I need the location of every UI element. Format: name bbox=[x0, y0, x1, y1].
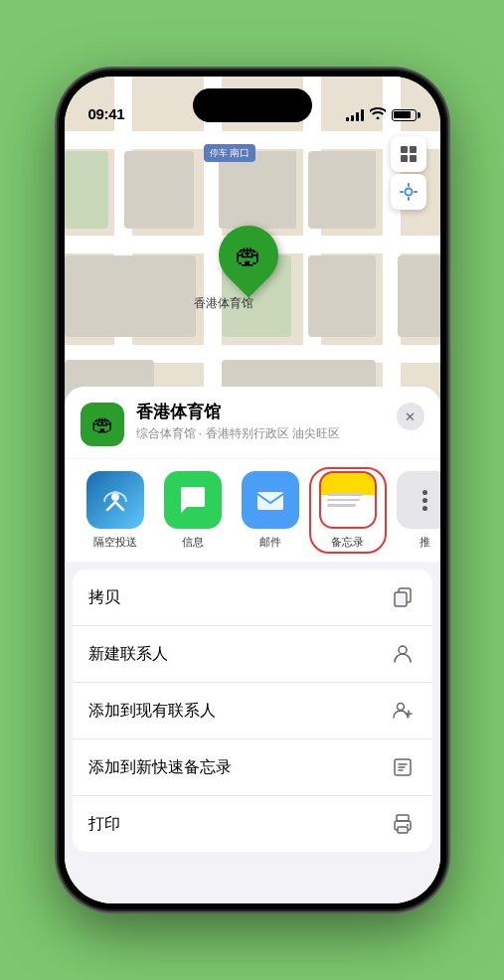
venue-pin-circle: 🏟 bbox=[206, 214, 290, 298]
action-copy-label: 拷贝 bbox=[88, 587, 120, 608]
messages-label: 信息 bbox=[182, 535, 204, 550]
phone-frame: 09:41 bbox=[59, 71, 446, 909]
more-icon bbox=[397, 471, 440, 529]
venue-title: 香港体育馆 bbox=[136, 403, 385, 422]
bottom-sheet: 🏟 香港体育馆 综合体育馆 · 香港特别行政区 油尖旺区 ✕ bbox=[65, 387, 440, 903]
map-label: 停车 南口 bbox=[204, 144, 255, 162]
more-label: 推 bbox=[420, 535, 430, 550]
svg-rect-0 bbox=[401, 146, 408, 153]
more-dots-icon bbox=[422, 490, 427, 511]
person-icon bbox=[389, 640, 417, 668]
signal-icon bbox=[346, 109, 364, 121]
svg-point-15 bbox=[407, 824, 409, 826]
status-time: 09:41 bbox=[88, 105, 125, 122]
share-item-messages[interactable]: 信息 bbox=[158, 471, 228, 550]
map-controls bbox=[391, 136, 426, 210]
action-add-note-label: 添加到新快速备忘录 bbox=[88, 757, 232, 778]
share-item-notes[interactable]: 备忘录 bbox=[313, 471, 383, 550]
map-layer-button[interactable] bbox=[391, 136, 426, 172]
notes-label: 备忘录 bbox=[331, 535, 364, 550]
svg-point-10 bbox=[397, 704, 404, 711]
wifi-icon bbox=[370, 107, 386, 122]
venue-subtitle: 综合体育馆 · 香港特别行政区 油尖旺区 bbox=[136, 425, 385, 442]
airdrop-icon bbox=[86, 471, 144, 529]
notes-icon bbox=[319, 471, 377, 529]
share-item-mail[interactable]: 邮件 bbox=[236, 471, 305, 550]
dynamic-island bbox=[193, 88, 312, 122]
venue-map-name: 香港体育馆 bbox=[194, 295, 253, 312]
share-row: 隔空投送 信息 bbox=[65, 459, 440, 562]
svg-point-4 bbox=[405, 189, 412, 196]
venue-info: 香港体育馆 综合体育馆 · 香港特别行政区 油尖旺区 bbox=[136, 403, 385, 442]
venue-pin: 🏟 bbox=[219, 226, 278, 293]
action-add-existing[interactable]: 添加到现有联系人 bbox=[73, 683, 432, 739]
action-list: 拷贝 新建联系人 bbox=[73, 570, 432, 852]
svg-rect-14 bbox=[398, 827, 408, 833]
action-print-label: 打印 bbox=[88, 814, 120, 835]
battery-icon bbox=[392, 109, 417, 121]
svg-rect-3 bbox=[410, 155, 417, 162]
svg-rect-2 bbox=[401, 155, 408, 162]
svg-point-5 bbox=[111, 493, 119, 501]
messages-icon bbox=[164, 471, 222, 529]
action-add-note[interactable]: 添加到新快速备忘录 bbox=[73, 739, 432, 796]
phone-screen: 09:41 bbox=[65, 77, 440, 903]
share-item-airdrop[interactable]: 隔空投送 bbox=[81, 471, 150, 550]
person-add-icon bbox=[389, 697, 417, 725]
note-icon bbox=[389, 753, 417, 781]
action-print[interactable]: 打印 bbox=[73, 796, 432, 852]
svg-point-9 bbox=[399, 646, 407, 654]
airdrop-label: 隔空投送 bbox=[93, 535, 137, 550]
svg-rect-6 bbox=[257, 492, 283, 510]
mail-icon bbox=[242, 471, 299, 529]
status-icons bbox=[346, 107, 417, 122]
venue-pin-icon: 🏟 bbox=[236, 241, 261, 271]
action-add-existing-label: 添加到现有联系人 bbox=[88, 701, 216, 722]
svg-rect-12 bbox=[397, 815, 409, 821]
action-new-contact-label: 新建联系人 bbox=[88, 644, 168, 665]
print-icon bbox=[389, 810, 417, 838]
venue-icon: 🏟 bbox=[81, 403, 124, 446]
svg-rect-1 bbox=[410, 146, 417, 153]
location-button[interactable] bbox=[391, 174, 426, 210]
action-copy[interactable]: 拷贝 bbox=[73, 570, 432, 626]
mail-label: 邮件 bbox=[259, 535, 281, 550]
share-item-more[interactable]: 推 bbox=[391, 471, 440, 550]
action-new-contact[interactable]: 新建联系人 bbox=[73, 626, 432, 683]
svg-rect-8 bbox=[395, 592, 407, 606]
close-button[interactable]: ✕ bbox=[397, 403, 424, 430]
copy-icon bbox=[389, 583, 417, 611]
venue-header: 🏟 香港体育馆 综合体育馆 · 香港特别行政区 油尖旺区 ✕ bbox=[65, 387, 440, 458]
